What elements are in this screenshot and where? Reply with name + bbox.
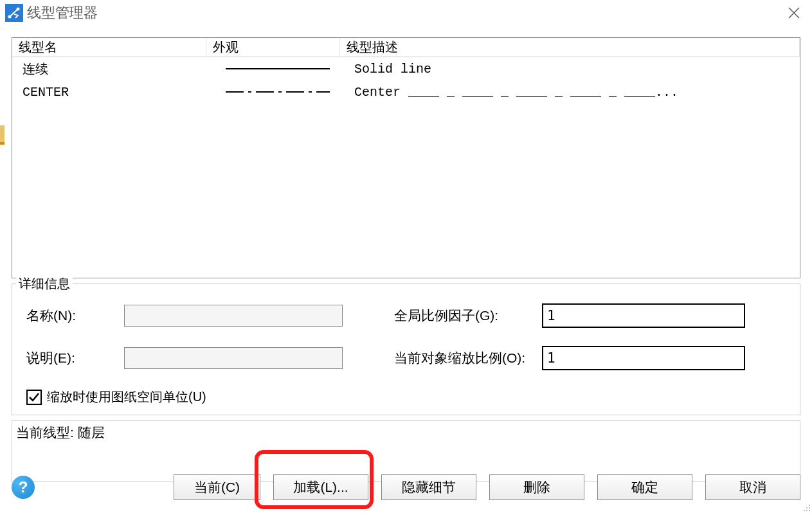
table-row[interactable]: CENTER Center ____ _ ____ _ ____ _ ____ … (12, 80, 800, 104)
window-title: 线型管理器 (27, 3, 98, 22)
desc-field[interactable] (124, 347, 343, 369)
svg-point-8 (804, 510, 805, 511)
header-description[interactable]: 线型描述 (340, 37, 800, 57)
delete-button[interactable]: 删除 (489, 474, 584, 500)
current-linetype-value: 随层 (78, 425, 105, 440)
global-scale-field[interactable] (542, 303, 745, 328)
details-legend: 详细信息 (16, 275, 73, 292)
svg-point-10 (809, 510, 810, 511)
close-icon (788, 6, 800, 19)
linetype-preview-solid (226, 68, 330, 69)
current-button[interactable]: 当前(C) (174, 474, 260, 500)
cell-name: CENTER (12, 84, 206, 101)
current-linetype-label: 当前线型: (16, 425, 74, 440)
object-scale-label: 当前对象缩放比例(O): (394, 349, 542, 367)
global-scale-label: 全局比例因子(G): (394, 307, 542, 325)
load-button[interactable]: 加载(L)... (273, 474, 368, 500)
table-row[interactable]: 连续 Solid line (12, 57, 800, 80)
check-icon (28, 392, 40, 403)
details-group: 详细信息 名称(N): 全局比例因子(G): 说明(E): 当前对象缩放比例(O… (12, 284, 800, 415)
resize-grip-icon[interactable] (802, 503, 811, 512)
paperspace-checkbox-row[interactable]: 缩放时使用图纸空间单位(U) (26, 388, 748, 406)
content-area: 线型名 外观 线型描述 连续 Solid line CENTER (0, 26, 812, 513)
linetype-manager-dialog: 线型管理器 线型名 外观 线型描述 连续 Solid line (0, 0, 812, 513)
current-linetype-box: 当前线型: 随层 (12, 420, 800, 482)
paperspace-checkbox[interactable] (26, 390, 42, 405)
object-scale-field[interactable] (542, 346, 745, 370)
app-icon (5, 4, 23, 22)
title-bar: 线型管理器 (0, 0, 812, 26)
cell-description: Center ____ _ ____ _ ____ _ ____ _ ____.… (340, 84, 800, 101)
cell-name: 连续 (12, 59, 206, 79)
cancel-button[interactable]: 取消 (705, 474, 800, 500)
name-label: 名称(N): (26, 307, 124, 325)
table-header-row: 线型名 外观 线型描述 (12, 38, 800, 57)
hide-details-button[interactable]: 隐藏细节 (381, 474, 476, 500)
svg-point-5 (809, 505, 810, 506)
header-appearance[interactable]: 外观 (206, 37, 340, 57)
cell-appearance (206, 90, 340, 94)
ok-button[interactable]: 确定 (597, 474, 692, 500)
svg-point-9 (806, 510, 807, 511)
help-button[interactable]: ? (12, 476, 35, 499)
linetype-table[interactable]: 线型名 外观 线型描述 连续 Solid line CENTER (12, 37, 800, 278)
desc-label: 说明(E): (26, 349, 124, 367)
table-body: 连续 Solid line CENTER Center ____ _ ____ … (12, 57, 800, 104)
svg-point-6 (806, 507, 807, 509)
name-field[interactable] (124, 305, 343, 327)
svg-point-7 (809, 507, 810, 509)
cell-appearance (206, 67, 340, 71)
linetype-preview-center (226, 91, 330, 93)
button-row: ? 当前(C) 加载(L)... 隐藏细节 删除 确定 取消 (12, 474, 800, 500)
paperspace-checkbox-label: 缩放时使用图纸空间单位(U) (47, 388, 206, 406)
header-name[interactable]: 线型名 (12, 37, 206, 57)
cell-description: Solid line (340, 60, 800, 78)
close-button[interactable] (781, 0, 807, 26)
left-edge-decoration (0, 125, 5, 145)
